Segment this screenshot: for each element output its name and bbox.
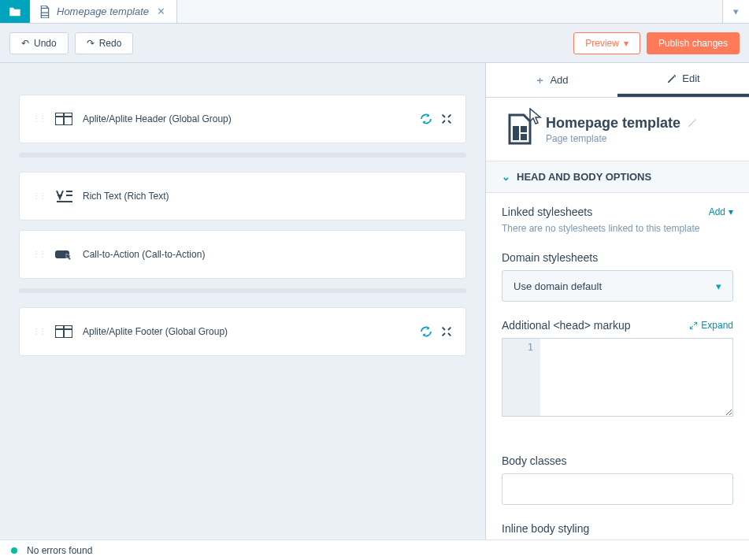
drag-handle-icon[interactable] — [32, 195, 45, 198]
tab-edit[interactable]: Edit — [617, 63, 749, 97]
cta-icon — [54, 247, 73, 261]
undo-icon: ↶ — [21, 38, 29, 49]
folder-tab[interactable] — [0, 0, 30, 23]
chevron-down-icon: ▾ — [733, 6, 739, 17]
module-footer[interactable]: Aplite/Aplite Footer (Global Group) — [19, 307, 466, 356]
domain-stylesheets-select[interactable]: Use domain default ▾ — [502, 270, 733, 302]
tab-add[interactable]: ＋ Add — [486, 63, 617, 97]
module-rich-text[interactable]: Rich Text (Rich Text) — [19, 172, 466, 221]
chevron-down-icon: ▾ — [716, 280, 721, 292]
redo-icon: ↷ — [87, 38, 95, 49]
drag-handle-icon[interactable] — [32, 117, 45, 121]
spacer-track[interactable] — [19, 288, 466, 293]
redo-label: Redo — [99, 38, 122, 49]
linked-stylesheets-helper: There are no stylesheets linked to this … — [502, 223, 733, 234]
head-markup-label: Additional <head> markup — [502, 319, 630, 332]
refresh-icon[interactable] — [420, 325, 432, 338]
status-bar: No errors found — [0, 540, 749, 560]
tab-add-label: Add — [550, 74, 568, 86]
side-tabs: ＋ Add Edit — [486, 63, 749, 98]
module-header[interactable]: Aplite/Aplite Header (Global Group) — [19, 95, 466, 143]
top-tab-bar: Homepage template ✕ ▾ — [0, 0, 749, 24]
spacer-track[interactable] — [19, 153, 466, 158]
publish-button[interactable]: Publish changes — [647, 32, 740, 54]
richtext-icon — [54, 189, 73, 203]
svg-rect-10 — [513, 126, 519, 140]
panel-body: Linked stylesheets Add ▾ There are no st… — [486, 193, 749, 540]
expand-icon — [689, 321, 698, 330]
columns-icon — [54, 112, 73, 126]
template-header: Homepage template Page template — [486, 98, 749, 161]
main-area: Aplite/Aplite Header (Global Group) Rich… — [0, 63, 749, 540]
module-label: Aplite/Aplite Header (Global Group) — [83, 113, 232, 124]
svg-rect-12 — [521, 134, 527, 140]
plus-icon: ＋ — [535, 73, 545, 87]
pencil-icon — [666, 73, 677, 84]
chevron-down-icon: ▾ — [624, 38, 628, 49]
preview-label: Preview — [585, 38, 619, 49]
tabbar-dropdown[interactable]: ▾ — [722, 0, 749, 23]
status-text: No errors found — [27, 545, 92, 556]
module-label: Rich Text (Rich Text) — [83, 191, 169, 202]
module-cta[interactable]: Call-to-Action (Call-to-Action) — [19, 230, 466, 279]
tools-icon[interactable] — [440, 113, 453, 125]
module-label: Aplite/Aplite Footer (Global Group) — [83, 326, 228, 337]
module-label: Call-to-Action (Call-to-Action) — [83, 249, 205, 260]
drag-handle-icon[interactable] — [32, 330, 45, 333]
accordion-head-body[interactable]: ⌄ HEAD AND BODY OPTIONS — [486, 161, 749, 193]
accordion-label: HEAD AND BODY OPTIONS — [517, 171, 651, 183]
status-dot-icon — [11, 547, 17, 554]
undo-button[interactable]: ↶ Undo — [9, 32, 69, 54]
file-icon — [39, 6, 50, 18]
add-stylesheet-link[interactable]: Add ▾ — [709, 206, 733, 217]
inline-body-label: Inline body styling — [502, 522, 733, 535]
template-subtitle: Page template — [546, 133, 698, 144]
redo-button[interactable]: ↷ Redo — [75, 32, 134, 54]
body-classes-label: Body classes — [502, 454, 733, 467]
undo-label: Undo — [34, 38, 57, 49]
action-bar: ↶ Undo ↷ Redo Preview ▾ Publish changes — [0, 24, 749, 63]
head-markup-editor[interactable]: 1 — [502, 338, 733, 417]
domain-stylesheets-label: Domain stylesheets — [502, 251, 733, 264]
code-gutter: 1 — [502, 339, 540, 416]
refresh-icon[interactable] — [420, 113, 432, 125]
folder-icon — [9, 6, 21, 17]
tools-icon[interactable] — [440, 325, 453, 338]
file-tab-label: Homepage template — [57, 6, 149, 17]
linked-stylesheets-label: Linked stylesheets — [502, 206, 592, 218]
columns-icon — [54, 325, 73, 339]
canvas: Aplite/Aplite Header (Global Group) Rich… — [0, 63, 486, 540]
tabbar-spacer — [177, 0, 722, 23]
expand-link[interactable]: Expand — [689, 320, 733, 331]
svg-rect-11 — [521, 126, 527, 132]
domain-select-value: Use domain default — [514, 280, 602, 292]
chevron-down-icon: ▾ — [729, 206, 733, 217]
file-tab[interactable]: Homepage template ✕ — [30, 0, 177, 23]
close-tab-icon[interactable]: ✕ — [155, 6, 167, 17]
template-icon — [502, 112, 536, 146]
edit-title-icon[interactable] — [687, 117, 698, 128]
drag-handle-icon[interactable] — [32, 253, 45, 256]
body-classes-input[interactable] — [502, 473, 733, 505]
publish-label: Publish changes — [658, 38, 728, 49]
tab-edit-label: Edit — [682, 72, 699, 84]
sidebar: ＋ Add Edit Homepage template Page templa… — [486, 63, 749, 540]
preview-button[interactable]: Preview ▾ — [573, 32, 640, 54]
template-title: Homepage template — [546, 115, 680, 132]
chevron-down-icon: ⌄ — [502, 171, 510, 183]
